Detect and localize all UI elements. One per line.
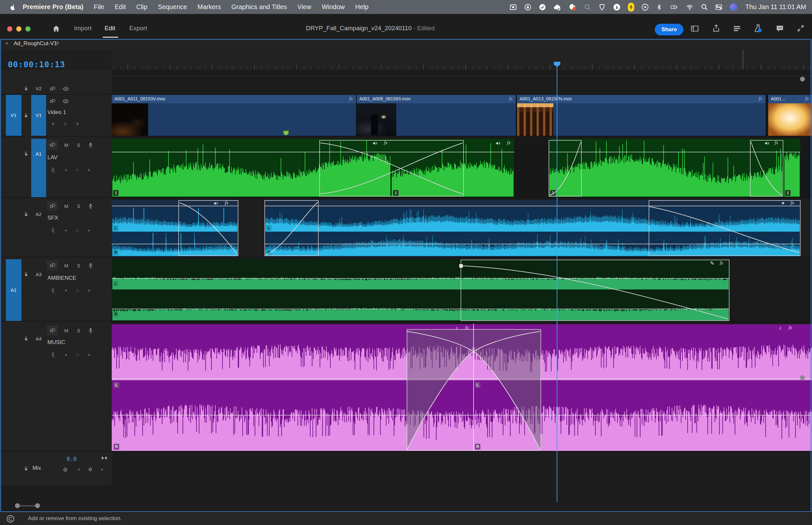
solo-button[interactable]: S xyxy=(76,142,81,148)
prev-keyframe-icon[interactable] xyxy=(77,467,81,472)
keyframe-pen-icon[interactable] xyxy=(50,351,56,358)
sync-lock-icon[interactable] xyxy=(49,203,56,209)
menu-help[interactable]: Help xyxy=(355,3,369,11)
lav-waveform[interactable] xyxy=(784,139,800,197)
tab-import[interactable]: Import xyxy=(74,25,92,32)
next-keyframe-icon[interactable] xyxy=(75,121,80,126)
video-clip[interactable]: A001_A006_081593.mov fx xyxy=(357,95,516,136)
sfx-waveform-left[interactable] xyxy=(112,208,238,231)
home-icon[interactable] xyxy=(52,24,60,33)
bluetooth-icon[interactable] xyxy=(656,4,662,10)
lock-icon[interactable] xyxy=(24,86,29,91)
playhead-timecode[interactable]: 00:00:10:13 xyxy=(8,60,65,69)
menu-markers[interactable]: Markers xyxy=(198,3,221,11)
traffic-zoom-button[interactable] xyxy=(25,26,31,31)
track-target-a4[interactable]: A4 xyxy=(31,336,46,342)
lav-waveform[interactable] xyxy=(112,139,390,197)
sync-lock-icon[interactable] xyxy=(49,328,56,334)
mix-fit-icon[interactable] xyxy=(101,454,108,462)
horizontal-scrollbar[interactable] xyxy=(15,503,44,508)
beta-flask-icon[interactable] xyxy=(753,24,763,33)
track-target-a1-label[interactable]: A1 xyxy=(31,151,46,156)
add-keyframe-icon[interactable] xyxy=(88,467,93,472)
source-patch-a1[interactable]: A1 xyxy=(6,259,21,321)
sfx-waveform-right[interactable] xyxy=(112,232,238,256)
quick-export-icon[interactable] xyxy=(712,24,720,32)
comments-icon[interactable] xyxy=(776,24,784,33)
play-circle-icon[interactable] xyxy=(641,3,649,11)
track-target-a2[interactable]: A2 xyxy=(31,211,46,217)
next-keyframe-icon[interactable] xyxy=(87,353,91,357)
creative-cloud-sync-icon[interactable] xyxy=(6,514,15,523)
sync-lock-icon[interactable] xyxy=(49,86,56,92)
control-center-icon[interactable] xyxy=(715,3,723,11)
keyframe-pen-icon[interactable] xyxy=(50,227,56,234)
siri-icon[interactable] xyxy=(730,3,737,11)
sfx-waveform-left[interactable] xyxy=(265,208,800,231)
track-name-mix[interactable]: Mix xyxy=(32,465,41,471)
tab-edit[interactable]: Edit xyxy=(105,25,115,32)
check-circle-icon[interactable] xyxy=(538,3,546,11)
prev-keyframe-icon[interactable] xyxy=(64,168,68,172)
apple-menu-icon[interactable] xyxy=(9,3,16,11)
add-keyframe-plus-icon[interactable] xyxy=(62,466,68,473)
app-menu[interactable]: Premiere Pro (Beta) xyxy=(23,3,83,11)
next-keyframe-icon[interactable] xyxy=(87,168,91,172)
lock-icon[interactable] xyxy=(24,211,29,217)
ambience-waveform-left[interactable] xyxy=(112,260,729,289)
lock-icon[interactable] xyxy=(24,336,29,342)
prev-keyframe-icon[interactable] xyxy=(51,121,55,126)
menu-edit[interactable]: Edit xyxy=(114,3,126,11)
menu-window[interactable]: Window xyxy=(322,3,344,11)
cloud-offline-icon[interactable] xyxy=(553,3,562,11)
prev-keyframe-icon[interactable] xyxy=(64,288,68,293)
next-keyframe-icon[interactable] xyxy=(87,228,91,232)
add-keyframe-icon[interactable] xyxy=(75,353,80,357)
sync-lock-icon[interactable] xyxy=(49,98,56,104)
lock-icon[interactable] xyxy=(24,466,29,471)
time-ruler[interactable]: 07:18 00:00:08:00 00:00:08:06 00:00:08:1… xyxy=(112,49,812,70)
lav-waveform[interactable] xyxy=(392,139,514,197)
ambience-waveform-right[interactable] xyxy=(112,291,729,320)
traffic-minimize-button[interactable] xyxy=(16,26,21,31)
music-waveform-left[interactable] xyxy=(112,324,812,380)
solo-button[interactable]: S xyxy=(76,328,81,333)
next-keyframe-icon[interactable] xyxy=(87,288,91,293)
track-name-a4[interactable]: MUSIC xyxy=(47,339,65,346)
prev-keyframe-icon[interactable] xyxy=(64,228,68,232)
mic-active-icon[interactable] xyxy=(628,3,634,12)
source-patch-v1[interactable]: V1 xyxy=(6,95,21,136)
video-clip[interactable]: A001… fx xyxy=(768,95,812,136)
track-name-v1[interactable]: Video 1 xyxy=(47,109,66,116)
menu-clip[interactable]: Clip xyxy=(136,3,147,11)
video-clip[interactable]: A001_A013_0815FN.mov fx xyxy=(517,95,766,136)
search-disabled-icon[interactable] xyxy=(584,3,592,11)
add-keyframe-icon[interactable] xyxy=(63,121,67,126)
add-keyframe-icon[interactable] xyxy=(75,168,80,172)
voiceover-record-icon[interactable] xyxy=(88,141,94,149)
solo-button[interactable]: S xyxy=(76,204,81,209)
prev-keyframe-icon[interactable] xyxy=(64,353,68,357)
mix-level-value[interactable]: 0.0 xyxy=(66,456,77,462)
sync-lock-icon[interactable] xyxy=(49,262,56,269)
menu-sequence[interactable]: Sequence xyxy=(158,3,187,11)
record-indicator-icon[interactable] xyxy=(568,3,577,11)
menu-view[interactable]: View xyxy=(297,3,311,11)
track-target-a1[interactable] xyxy=(31,139,46,197)
sync-lock-icon[interactable] xyxy=(49,142,56,148)
scrollbar-handle-right[interactable] xyxy=(35,503,40,508)
voiceover-record-icon[interactable] xyxy=(88,327,94,334)
share-button[interactable]: Share xyxy=(655,24,684,35)
track-lane-mix[interactable] xyxy=(112,453,812,485)
keyframe-pen-icon[interactable] xyxy=(50,167,56,173)
track-target-v2[interactable]: V2 xyxy=(31,86,46,91)
workspaces-icon[interactable] xyxy=(733,24,741,33)
wifi-icon[interactable] xyxy=(686,3,694,11)
track-target-a3[interactable]: A3 xyxy=(31,272,46,277)
lock-icon[interactable] xyxy=(24,151,29,156)
menubar-clock[interactable]: Thu Jan 11 11:01 AM xyxy=(746,3,806,11)
privacy-lock-icon[interactable] xyxy=(524,3,532,11)
add-keyframe-icon[interactable] xyxy=(75,228,80,232)
mute-button[interactable]: M xyxy=(64,263,69,268)
fullscreen-icon[interactable] xyxy=(796,24,805,32)
